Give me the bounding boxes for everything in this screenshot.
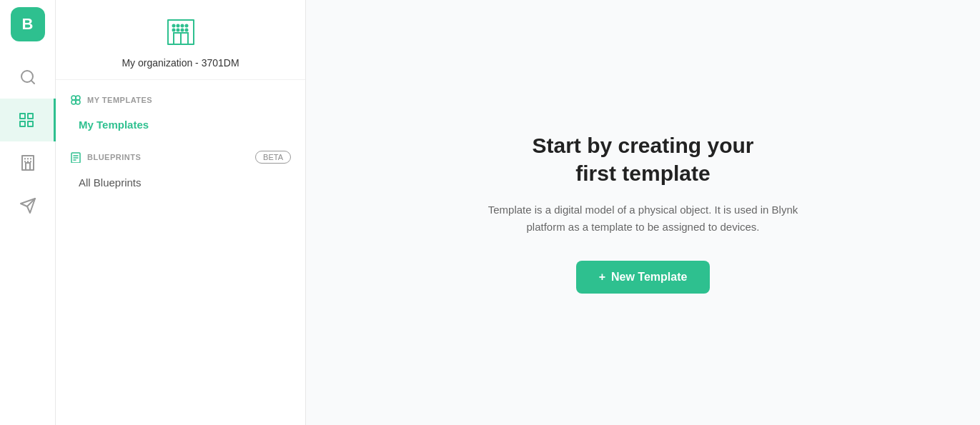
empty-state-description: Template is a digital model of a physica… — [486, 201, 801, 236]
main-content: Start by creating your first template Te… — [306, 0, 980, 425]
templates-icon — [70, 94, 81, 106]
blueprints-icon — [70, 151, 81, 163]
svg-point-42 — [76, 100, 80, 104]
empty-state-title: Start by creating your first template — [532, 131, 753, 187]
sidebar: My organization - 3701DM MY TEMPLATES My… — [56, 0, 306, 425]
svg-point-39 — [71, 96, 76, 100]
svg-point-37 — [181, 29, 183, 31]
sidebar-item-send[interactable] — [0, 184, 56, 227]
svg-rect-9 — [26, 163, 30, 170]
blueprints-label: BLUEPRINTS — [70, 151, 141, 163]
send-icon — [19, 197, 36, 214]
plus-icon: + — [599, 271, 605, 284]
org-header: My organization - 3701DM — [56, 0, 305, 80]
blueprints-header: BLUEPRINTS BETA — [70, 151, 291, 164]
my-templates-section-label: MY TEMPLATES — [70, 94, 291, 106]
sidebar-item-search[interactable] — [0, 56, 56, 99]
svg-rect-4 — [20, 121, 25, 126]
icon-bar: B — [0, 0, 56, 425]
new-template-label: New Template — [611, 271, 687, 284]
organization-building-icon — [164, 14, 198, 49]
my-templates-item[interactable]: My Templates — [70, 113, 291, 136]
svg-line-1 — [31, 81, 34, 84]
sidebar-item-devices[interactable] — [0, 141, 56, 184]
new-template-button[interactable]: + New Template — [576, 261, 711, 294]
empty-state: Start by creating your first template Te… — [486, 131, 801, 294]
logo-letter: B — [22, 15, 34, 34]
org-name: My organization - 3701DM — [122, 57, 239, 69]
svg-point-32 — [177, 25, 179, 27]
svg-point-31 — [172, 25, 174, 27]
building-icon — [19, 154, 36, 171]
search-icon — [19, 69, 36, 86]
all-blueprints-item[interactable]: All Blueprints — [70, 171, 291, 194]
svg-point-41 — [71, 100, 76, 104]
svg-rect-2 — [20, 114, 25, 119]
grid-icon — [18, 111, 35, 129]
org-icon — [164, 14, 198, 51]
app-logo[interactable]: B — [11, 7, 45, 41]
svg-rect-3 — [28, 114, 33, 119]
svg-point-34 — [185, 25, 187, 27]
svg-rect-5 — [28, 121, 33, 126]
blueprints-section: BLUEPRINTS BETA All Blueprints — [56, 136, 305, 194]
svg-point-35 — [172, 29, 174, 31]
sidebar-item-templates[interactable] — [0, 99, 56, 141]
svg-point-38 — [185, 29, 187, 31]
my-templates-section: MY TEMPLATES My Templates — [56, 80, 305, 136]
svg-point-33 — [181, 25, 183, 27]
beta-badge: BETA — [255, 151, 291, 164]
svg-point-36 — [177, 29, 179, 31]
svg-point-40 — [76, 96, 80, 100]
